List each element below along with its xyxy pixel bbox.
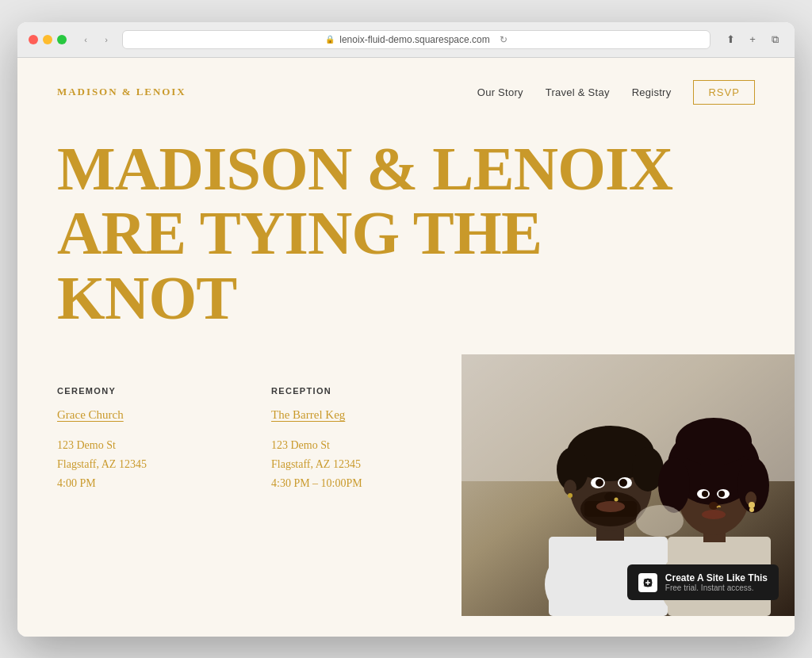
badge-main-text: Create A Site Like This <box>665 572 768 583</box>
back-button[interactable]: ‹ <box>78 32 94 48</box>
ceremony-details: 123 Demo St Flagstaff, AZ 12345 4:00 PM <box>57 436 216 492</box>
svg-point-35 <box>709 502 718 510</box>
website-content: MADISON & LENOIX Our Story Travel & Stay… <box>17 58 795 637</box>
forward-button[interactable]: › <box>98 32 114 48</box>
ceremony-venue[interactable]: Grace Church <box>57 408 216 422</box>
traffic-lights <box>29 35 67 44</box>
svg-point-14 <box>619 479 627 487</box>
events-row: CEREMONY Grace Church 123 Demo St Flagst… <box>57 386 454 492</box>
nav-travel-stay[interactable]: Travel & Stay <box>546 86 610 98</box>
badge-text-block: Create A Site Like This Free trial. Inst… <box>665 572 768 592</box>
reload-icon[interactable]: ↻ <box>500 34 508 45</box>
site-header: MADISON & LENOIX Our Story Travel & Stay… <box>17 58 795 121</box>
svg-point-30 <box>749 507 754 512</box>
lock-icon: 🔒 <box>325 35 335 44</box>
browser-window: ‹ › 🔒 lenoix-fluid-demo.squarespace.com … <box>17 22 795 637</box>
svg-point-10 <box>568 493 573 498</box>
hero-line2: ARE TYING THE KNOT <box>57 198 542 332</box>
reception-block: RECEPTION The Barrel Keg 123 Demo St Fla… <box>271 386 430 492</box>
svg-point-19 <box>615 498 619 502</box>
site-logo: MADISON & LENOIX <box>57 86 186 98</box>
events-column: CEREMONY Grace Church 123 Demo St Flagst… <box>57 386 454 492</box>
reception-details: 123 Demo St Flagstaff, AZ 12345 4:30 PM … <box>271 436 430 492</box>
reception-time: 4:30 PM – 10:00PM <box>271 477 362 489</box>
browser-actions: ⬆ + ⧉ <box>722 31 783 48</box>
svg-point-29 <box>749 502 755 508</box>
browser-controls: ‹ › <box>78 32 114 48</box>
reception-address2: Flagstaff, AZ 12345 <box>271 458 361 470</box>
svg-point-34 <box>718 491 725 497</box>
ceremony-time: 4:00 PM <box>57 477 96 489</box>
svg-point-12 <box>596 479 603 487</box>
share-button[interactable]: ⬆ <box>722 31 739 48</box>
maximize-button[interactable] <box>57 35 67 44</box>
content-section: CEREMONY Grace Church 123 Demo St Flagst… <box>17 362 795 492</box>
ceremony-address1: 123 Demo St <box>57 439 116 451</box>
svg-point-32 <box>702 491 708 497</box>
svg-point-25 <box>658 457 690 513</box>
tabs-button[interactable]: ⧉ <box>766 31 783 48</box>
svg-point-37 <box>636 505 684 537</box>
svg-point-36 <box>702 510 726 519</box>
address-bar[interactable]: 🔒 lenoix-fluid-demo.squarespace.com ↻ <box>122 30 710 49</box>
couple-photo-section: Create A Site Like This Free trial. Inst… <box>462 354 795 616</box>
nav-our-story[interactable]: Our Story <box>477 86 523 98</box>
site-nav: Our Story Travel & Stay Registry RSVP <box>477 80 755 105</box>
minimize-button[interactable] <box>43 35 52 44</box>
ceremony-block: CEREMONY Grace Church 123 Demo St Flagst… <box>57 386 216 492</box>
new-tab-button[interactable]: + <box>744 31 761 48</box>
ceremony-address2: Flagstaff, AZ 12345 <box>57 458 147 470</box>
reception-venue[interactable]: The Barrel Keg <box>271 408 430 422</box>
hero-section: MADISON & LENOIX ARE TYING THE KNOT <box>17 121 795 363</box>
hero-line1: MADISON & LENOIX <box>57 134 672 203</box>
close-button[interactable] <box>29 35 38 44</box>
nav-registry[interactable]: Registry <box>632 86 672 98</box>
browser-chrome: ‹ › 🔒 lenoix-fluid-demo.squarespace.com … <box>17 22 795 58</box>
squarespace-badge[interactable]: Create A Site Like This Free trial. Inst… <box>627 564 779 600</box>
reception-label: RECEPTION <box>271 386 430 396</box>
squarespace-logo <box>638 573 657 592</box>
rsvp-button[interactable]: RSVP <box>693 80 755 105</box>
url-text: lenoix-fluid-demo.squarespace.com <box>339 34 489 45</box>
hero-title: MADISON & LENOIX ARE TYING THE KNOT <box>57 136 691 331</box>
svg-point-27 <box>676 418 752 465</box>
badge-sub-text: Free trial. Instant access. <box>665 583 768 592</box>
ceremony-label: CEREMONY <box>57 386 216 396</box>
svg-point-18 <box>596 501 625 512</box>
reception-address1: 123 Demo St <box>271 439 330 451</box>
